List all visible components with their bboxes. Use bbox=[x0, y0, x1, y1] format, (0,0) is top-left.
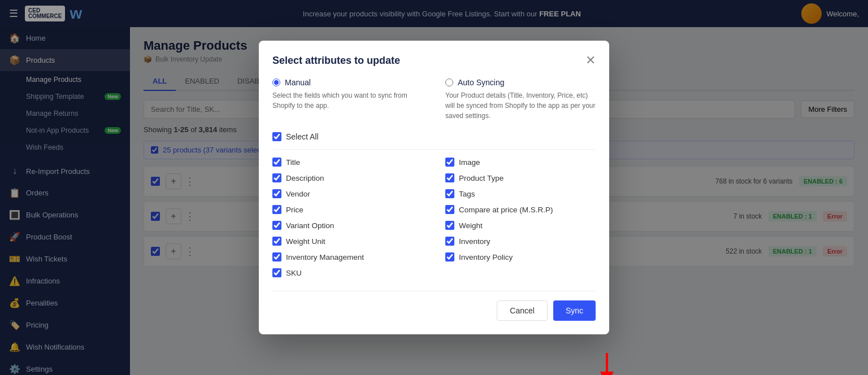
attr-checkbox-price[interactable] bbox=[272, 205, 281, 214]
attr-checkbox-weight[interactable] bbox=[445, 221, 454, 230]
attr-checkbox-product-type[interactable] bbox=[445, 173, 454, 182]
manual-radio[interactable] bbox=[272, 79, 280, 86]
attr-checkbox-title[interactable] bbox=[272, 158, 281, 167]
auto-radio[interactable] bbox=[445, 79, 453, 86]
attr-label-inventory-mgmt: Inventory Management bbox=[286, 253, 364, 261]
attr-price: Price bbox=[272, 205, 423, 214]
modal-overlay[interactable]: Select attributes to update ✕ Manual Sel… bbox=[0, 0, 868, 375]
attr-checkbox-image[interactable] bbox=[445, 158, 454, 167]
attr-label-weight: Weight bbox=[459, 221, 483, 230]
auto-option: Auto Syncing Your Product details (Title… bbox=[445, 78, 596, 121]
attr-label-title: Title bbox=[286, 158, 300, 167]
attr-image: Image bbox=[445, 158, 596, 167]
attr-title: Title bbox=[272, 158, 423, 167]
sync-button[interactable]: Sync bbox=[553, 300, 596, 321]
attr-product-type: Product Type bbox=[445, 173, 596, 182]
attr-tags: Tags bbox=[445, 189, 596, 198]
select-all-row: Select All bbox=[272, 132, 596, 150]
attr-label-variant-option: Variant Option bbox=[286, 221, 334, 230]
attr-label-msrp: Compare at price (M.S.R.P) bbox=[459, 206, 553, 214]
manual-desc: Select the fields which you want to sync… bbox=[272, 90, 423, 111]
attr-inventory-policy: Inventory Policy bbox=[445, 252, 596, 261]
attr-checkbox-inventory[interactable] bbox=[445, 237, 454, 246]
attr-sku: SKU bbox=[272, 268, 423, 277]
attr-checkbox-inventory-policy[interactable] bbox=[445, 252, 454, 261]
attr-label-product-type: Product Type bbox=[459, 174, 504, 182]
attr-weight-unit: Weight Unit bbox=[272, 237, 423, 246]
attr-checkbox-tags[interactable] bbox=[445, 189, 454, 198]
attributes-grid: Title Image Description Product Type Ven… bbox=[272, 158, 596, 277]
attr-checkbox-description[interactable] bbox=[272, 173, 281, 182]
attr-msrp: Compare at price (M.S.R.P) bbox=[445, 205, 596, 214]
attr-label-price: Price bbox=[286, 206, 303, 214]
attr-checkbox-msrp[interactable] bbox=[445, 205, 454, 214]
attr-label-image: Image bbox=[459, 158, 480, 167]
attr-checkbox-vendor[interactable] bbox=[272, 189, 281, 198]
modal-header: Select attributes to update ✕ bbox=[272, 54, 596, 67]
cancel-button[interactable]: Cancel bbox=[497, 300, 548, 321]
modal-footer: Cancel Sync bbox=[272, 291, 596, 321]
auto-desc: Your Product details (Title, Inventory, … bbox=[445, 90, 596, 121]
attr-label-inventory-policy: Inventory Policy bbox=[459, 253, 513, 261]
attr-inventory-management: Inventory Management bbox=[272, 252, 423, 261]
attributes-modal: Select attributes to update ✕ Manual Sel… bbox=[259, 41, 609, 334]
modal-close-button[interactable]: ✕ bbox=[585, 54, 596, 67]
select-all-attr-checkbox[interactable] bbox=[272, 132, 281, 141]
modal-title: Select attributes to update bbox=[272, 55, 400, 67]
select-all-label: Select All bbox=[286, 132, 319, 141]
sync-options: Manual Select the fields which you want … bbox=[272, 78, 596, 121]
attr-label-inventory: Inventory bbox=[459, 237, 491, 246]
attr-vendor: Vendor bbox=[272, 189, 423, 198]
attr-checkbox-weight-unit[interactable] bbox=[272, 237, 281, 246]
attr-label-weight-unit: Weight Unit bbox=[286, 237, 326, 246]
auto-label: Auto Syncing bbox=[458, 78, 505, 87]
manual-option: Manual Select the fields which you want … bbox=[272, 78, 423, 121]
attr-description: Description bbox=[272, 173, 423, 182]
attr-checkbox-sku[interactable] bbox=[272, 268, 281, 277]
attr-inventory: Inventory bbox=[445, 237, 596, 246]
attr-weight: Weight bbox=[445, 221, 596, 230]
attr-label-sku: SKU bbox=[286, 269, 302, 277]
attr-label-description: Description bbox=[286, 174, 324, 182]
manual-label: Manual bbox=[285, 78, 311, 87]
attr-label-vendor: Vendor bbox=[286, 190, 310, 198]
attr-checkbox-inventory-mgmt[interactable] bbox=[272, 252, 281, 261]
attr-checkbox-variant-option[interactable] bbox=[272, 221, 281, 230]
attr-variant-option: Variant Option bbox=[272, 221, 423, 230]
attr-label-tags: Tags bbox=[459, 190, 475, 198]
